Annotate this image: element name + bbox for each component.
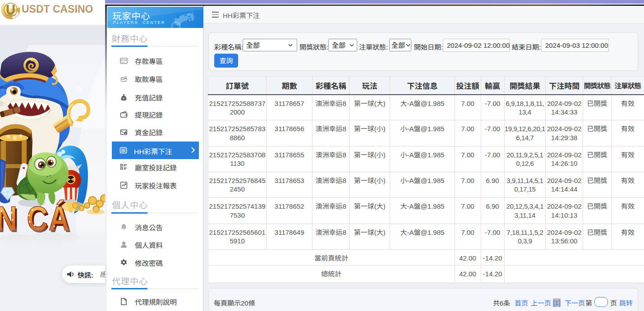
svg-text:CASINO: CASINO	[5, 14, 16, 17]
